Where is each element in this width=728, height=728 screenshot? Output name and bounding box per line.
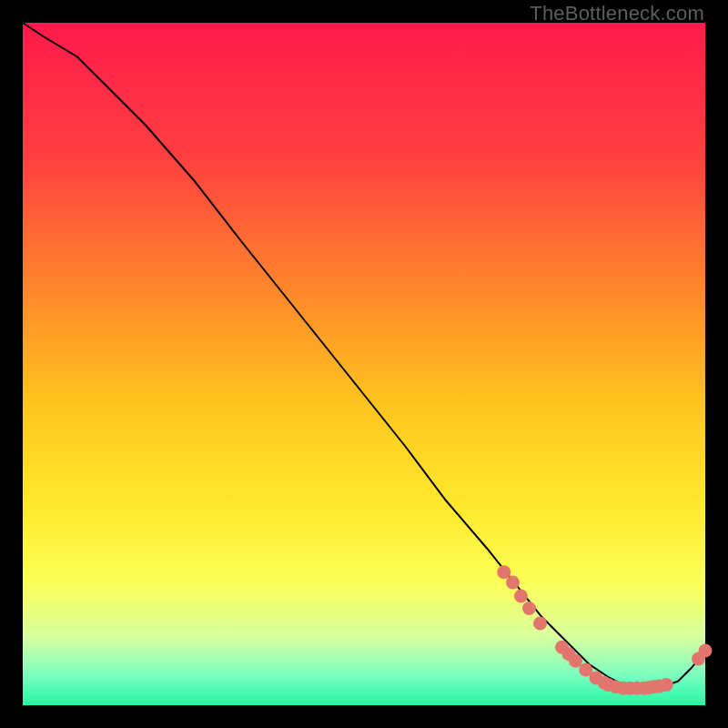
data-point	[514, 590, 528, 603]
data-point	[522, 602, 536, 615]
data-point	[506, 576, 520, 590]
plot-svg	[23, 23, 705, 705]
data-point	[533, 617, 547, 631]
data-point	[660, 678, 673, 692]
bottleneck-curve	[23, 23, 705, 688]
data-point	[699, 644, 713, 658]
